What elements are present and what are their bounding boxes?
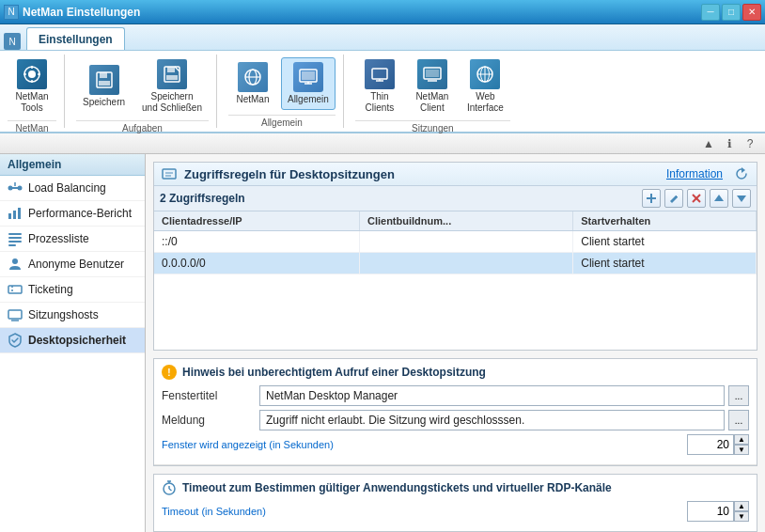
fenster-angezeigt-spinner: ▲ ▼ (734, 434, 749, 455)
sidebar-item-desktopsicherheit[interactable]: Desktopsicherheit (0, 328, 145, 353)
warning-icon: ! (162, 365, 177, 380)
svg-point-31 (8, 186, 13, 191)
svg-point-32 (18, 186, 23, 191)
sidebar-item-performance-bericht[interactable]: Performance-Bericht (0, 201, 145, 227)
timeout-spinner-down-btn[interactable]: ▼ (734, 511, 749, 522)
sidebar-item-prozessliste[interactable]: Prozessliste (0, 227, 145, 252)
sidebar-header: Allgemein (0, 154, 145, 176)
sidebar-item-anonyme-benutzer[interactable]: Anonyme Benutzer (0, 252, 145, 277)
spinner-down-btn[interactable]: ▼ (734, 445, 749, 455)
ribbon-btn-speichern-schliessen[interactable]: Speichernund Schließen (135, 55, 209, 118)
fenster-row: Fenstertitel ... (162, 385, 749, 406)
ribbon-group-allgemein: NetMan Allgemein Allgemein (228, 55, 344, 128)
allgemein-icon (293, 62, 323, 92)
maximize-button[interactable]: □ (722, 4, 741, 21)
web-interface-icon (470, 59, 500, 89)
svg-rect-7 (100, 72, 107, 78)
svg-point-1 (28, 70, 36, 78)
tab-einstellungen[interactable]: Einstellungen (26, 27, 125, 50)
sidebar-item-sitzungshosts[interactable]: Sitzungshosts (0, 303, 145, 328)
web-interface-label: WebInterface (467, 91, 504, 114)
close-button[interactable]: ✕ (742, 4, 761, 21)
warning-content: ! Hinweis bei unberechtigtem Aufruf eine… (154, 359, 757, 465)
cell-build-1 (359, 231, 572, 253)
ribbon-btn-web-interface[interactable]: WebInterface (461, 55, 510, 118)
sidebar-item-load-balancing[interactable]: Load Balancing (0, 176, 145, 201)
ribbon-btn-netman-client[interactable]: NetManClient (408, 55, 457, 118)
toolbar-btn-delete[interactable] (687, 189, 706, 208)
toolbar-btn-edit[interactable] (664, 189, 683, 208)
ribbon-btn-thin-clients[interactable]: ThinClients (355, 55, 404, 118)
ribbon-btn-netman-tools[interactable]: NetManTools (8, 55, 56, 118)
help-icon[interactable]: ? (742, 136, 757, 151)
sidebar-item-ticketing[interactable]: Ticketing (0, 277, 145, 303)
performance-bericht-icon (8, 206, 23, 221)
table-row[interactable]: ::/0 Client startet (154, 231, 757, 253)
ribbon-group-aufgaben: Speichern Speichernund Schließen Aufgabe… (76, 55, 217, 128)
timeout-row: Timeout (in Sekunden) ▲ ▼ (162, 501, 749, 522)
cell-start-1: Client startet (573, 231, 757, 253)
help-bar: ▲ ℹ ? (0, 133, 765, 154)
ribbon-group-allgemein-label: Allgemein (228, 115, 336, 128)
svg-rect-40 (8, 244, 16, 246)
info-link[interactable]: Information (666, 167, 723, 180)
meldung-btn[interactable]: ... (728, 410, 749, 430)
info-icon[interactable]: ℹ (722, 136, 737, 151)
table-row[interactable]: 0.0.0.0/0 Client startet (154, 253, 757, 274)
ribbon-btn-netman[interactable]: NetMan (228, 57, 277, 110)
app-logo-icon: N (4, 33, 21, 50)
svg-rect-38 (8, 237, 22, 239)
svg-rect-8 (99, 81, 110, 86)
svg-rect-44 (8, 310, 22, 319)
anonyme-benutzer-icon (8, 257, 23, 272)
fenster-btn[interactable]: ... (728, 385, 749, 406)
svg-marker-56 (737, 196, 746, 202)
spinner-up-btn[interactable]: ▲ (734, 434, 749, 445)
toolbar-btn-down[interactable] (732, 189, 751, 208)
main-window: N Einstellungen NetManTools NetMan (0, 24, 765, 532)
ribbon-btn-allgemein[interactable]: Allgemein (281, 57, 336, 110)
anonyme-benutzer-label: Anonyme Benutzer (28, 258, 124, 271)
svg-rect-36 (18, 208, 21, 219)
main-content-panel: Zugriffsregeln für Desktopsitzungen Info… (146, 154, 765, 532)
svg-rect-11 (166, 75, 178, 80)
svg-rect-34 (8, 213, 11, 219)
svg-rect-35 (13, 211, 16, 219)
ribbon-tabs: N Einstellungen (0, 24, 765, 51)
minimize-button[interactable]: ─ (701, 4, 720, 21)
col-clientbuildnum: Clientbuildnum... (359, 211, 572, 231)
netman-tools-icon (17, 59, 47, 89)
ribbon-btn-speichern[interactable]: Speichern (76, 60, 132, 113)
svg-rect-24 (426, 70, 439, 77)
fenster-input[interactable] (259, 385, 725, 406)
meldung-input[interactable] (259, 410, 725, 430)
timeout-label: Timeout (in Sekunden) (162, 506, 683, 517)
ticketing-label: Ticketing (28, 283, 73, 296)
toolbar-btn-up[interactable] (710, 189, 728, 208)
fenster-angezeigt-label: Fenster wird angezeigt (in Sekunden) (162, 439, 683, 450)
allgemein-label: Allgemein (288, 94, 329, 105)
timeout-input[interactable] (687, 501, 734, 522)
meldung-label: Meldung (162, 414, 256, 427)
netman-icon (238, 62, 268, 92)
up-arrow-icon[interactable]: ▲ (701, 136, 716, 151)
warning-section: ! Hinweis bei unberechtigtem Aufruf eine… (153, 358, 757, 466)
sitzungshosts-icon (8, 307, 23, 322)
sitzungshosts-label: Sitzungshosts (28, 308, 99, 321)
fenster-angezeigt-input[interactable] (687, 434, 734, 455)
zugriffsregeln-count-label: 2 Zugriffsregeln (160, 192, 638, 205)
load-balancing-icon (8, 180, 23, 196)
fenster-label: Fenstertitel (162, 389, 256, 402)
svg-marker-55 (714, 195, 724, 201)
timeout-spinner-up-btn[interactable]: ▲ (734, 501, 749, 511)
toolbar-btn-add[interactable] (642, 189, 661, 208)
cell-ip-2: 0.0.0.0/0 (154, 253, 359, 274)
svg-point-41 (12, 258, 18, 264)
timeout-header: Timeout zum Bestimmen gültiger Anwendung… (162, 480, 749, 495)
ribbon-group-netman-label: NetMan (8, 120, 56, 133)
svg-rect-46 (163, 169, 176, 179)
zugriffsregeln-title: Zugriffsregeln für Desktopsitzungen (184, 167, 659, 181)
refresh-icon[interactable] (734, 166, 749, 181)
table-empty-area (154, 274, 757, 350)
svg-rect-10 (167, 67, 175, 72)
